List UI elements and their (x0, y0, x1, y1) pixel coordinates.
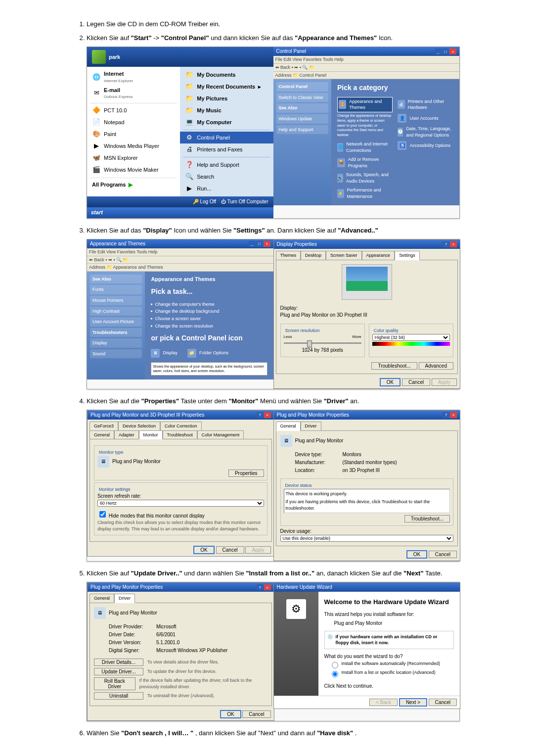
sm-wmp[interactable]: ▶Windows Media Player (87, 141, 180, 152)
start-button[interactable]: start (87, 207, 273, 218)
address-bar[interactable]: Address 📁 Appearance and Themes (87, 264, 273, 272)
sm-recent[interactable]: 📁My Recent Documents ▸ (180, 81, 273, 93)
tab-driver[interactable]: Driver (114, 594, 135, 603)
cat-access[interactable]: ♿Accessibility Options (398, 140, 453, 151)
sm-printers[interactable]: 🖨Printers and Faxes (180, 143, 273, 155)
side-contrast[interactable]: High Contrast (90, 307, 142, 316)
troubleshoot-button[interactable]: Troubleshoot... (404, 515, 450, 522)
cat-network[interactable]: 🌐Network and Internet Connections (337, 140, 393, 155)
side-acctpic[interactable]: User Account Picture (90, 317, 142, 327)
sm-notepad[interactable]: 📄Notepad (87, 117, 180, 129)
cat-printers[interactable]: 🖨Printers and Other Hardware (398, 97, 453, 112)
task-res[interactable]: Change the screen resolution (151, 323, 267, 330)
cancel-button[interactable]: Cancel (216, 546, 244, 554)
tab-devsel[interactable]: Device Selection (118, 422, 160, 430)
tab-screensaver[interactable]: Screen Saver (326, 251, 362, 260)
close-button[interactable]: × (450, 241, 457, 247)
tab-monitor[interactable]: Monitor (139, 430, 163, 440)
apply-button[interactable]: Apply (245, 546, 270, 554)
sm-mycomp[interactable]: 💻My Computer (180, 116, 273, 128)
task-bg[interactable]: Change the desktop background (151, 308, 267, 315)
sm-msn[interactable]: 🦋MSN Explorer (87, 152, 180, 164)
ok-button[interactable]: OK (380, 378, 400, 386)
sm-internet[interactable]: 🌐InternetInternet Explorer (87, 69, 180, 85)
cancel-button[interactable]: Cancel (242, 710, 270, 718)
help-button[interactable]: ? (443, 241, 449, 247)
minimize-button[interactable]: _ (249, 241, 256, 247)
back-button[interactable]: < Back (369, 699, 398, 706)
toolbar[interactable]: ⬅ Back ▪ ➡ ▪ 🔍 📁 (87, 256, 273, 264)
apply-button[interactable]: Apply (432, 378, 457, 386)
address-bar[interactable]: Address 📁 Control Panel (273, 72, 460, 80)
cat-addremove[interactable]: 📦Add or Remove Programs (337, 155, 393, 170)
task-ss[interactable]: Choose a screen saver (151, 315, 267, 323)
side-ts-display[interactable]: Display (90, 338, 142, 348)
cat-users[interactable]: 👤User Accounts (398, 112, 453, 124)
tab-colormgmt[interactable]: Color Management (197, 430, 244, 440)
icon-folder-opts[interactable]: 📁Folder Options (187, 347, 228, 359)
opt-auto[interactable]: Install the software automatically (Reco… (324, 660, 454, 669)
sm-search[interactable]: 🔍Search (180, 171, 273, 183)
side-mouse[interactable]: Mouse Pointers (90, 296, 142, 305)
side-fonts[interactable]: Fonts (90, 285, 142, 294)
ok-button[interactable]: OK (220, 710, 241, 718)
cat-appearance[interactable]: 🎨Appearance and Themes (337, 97, 393, 112)
tab-themes[interactable]: Themes (276, 251, 301, 260)
tab-settings[interactable]: Settings (395, 251, 420, 260)
cat-perf[interactable]: ⚡Performance and Maintenance (337, 186, 393, 201)
sm-pct[interactable]: 🔶PCT 10.0 (87, 105, 180, 117)
tab-general[interactable]: General (276, 422, 301, 431)
tab-desktop[interactable]: Desktop (301, 251, 326, 260)
cat-sounds[interactable]: 🔊Sounds, Speech, and Audio Devices (337, 170, 393, 186)
close-button[interactable]: × (450, 412, 457, 418)
troubleshoot-button[interactable]: Troubleshoot... (371, 362, 417, 370)
close-button[interactable]: × (264, 241, 270, 247)
tab-adapter[interactable]: Adapter (114, 430, 139, 440)
maximize-button[interactable]: □ (442, 48, 449, 54)
close-button[interactable]: × (449, 48, 456, 54)
sm-moviemaker[interactable]: 🎬Windows Movie Maker (87, 164, 180, 176)
uninstall-button[interactable]: Uninstall (94, 692, 143, 700)
sm-email[interactable]: ✉E-mailOutlook Express (87, 85, 180, 101)
sm-pics[interactable]: 📁My Pictures (180, 93, 273, 104)
help-button[interactable]: ? (257, 584, 264, 590)
task-theme[interactable]: Change the computer's theme (151, 301, 267, 308)
menu-bar[interactable]: File Edit View Favorites Tools Help (87, 248, 273, 256)
device-usage-select[interactable]: Use this device (enable) (280, 535, 454, 542)
update-driver-button[interactable]: Update Driver... (94, 668, 143, 675)
side-switch[interactable]: Switch to Classic View (276, 93, 328, 102)
turnoff-button[interactable]: ⏻ Turn Off Computer (221, 198, 268, 205)
sm-allprograms[interactable]: All Programs ▶ (87, 180, 180, 190)
tab-geforce[interactable]: GeForce3 (89, 422, 118, 430)
tab-troubleshoot[interactable]: Troubleshoot (163, 430, 197, 440)
help-button[interactable]: ? (443, 412, 449, 418)
resolution-slider[interactable] (284, 342, 361, 344)
sm-music[interactable]: 📁My Music (180, 104, 273, 116)
sm-paint[interactable]: 🎨Paint (87, 129, 180, 141)
next-button[interactable]: Next > (399, 698, 427, 707)
rollback-button[interactable]: Roll Back Driver (94, 677, 135, 690)
sm-mydocs[interactable]: 📁My Documents (180, 69, 273, 81)
cancel-button[interactable]: Cancel (402, 378, 430, 386)
sm-run[interactable]: ▶Run... (180, 183, 273, 194)
opt-list[interactable]: Install from a list or specific location… (324, 669, 454, 678)
minimize-button[interactable]: _ (435, 48, 442, 54)
properties-button[interactable]: Properties (228, 470, 264, 477)
refresh-rate-select[interactable]: 60 Hertz (97, 500, 264, 507)
ok-button[interactable]: OK (406, 550, 427, 559)
logoff-button[interactable]: 🔑 Log Off (193, 198, 216, 205)
tab-driver[interactable]: Driver (301, 422, 321, 431)
color-quality-select[interactable]: Highest (32 bit) (372, 334, 450, 341)
cat-regional[interactable]: 🕐Date, Time, Language, and Regional Opti… (398, 124, 453, 140)
driver-details-button[interactable]: Driver Details... (94, 659, 143, 666)
close-button[interactable]: × (264, 412, 271, 418)
icon-display[interactable]: 🖥Display (151, 347, 178, 359)
hide-modes-checkbox[interactable] (99, 511, 106, 518)
side-help[interactable]: Help and Support (276, 125, 328, 135)
tab-general[interactable]: General (89, 430, 114, 440)
ok-button[interactable]: OK (193, 546, 214, 554)
close-button[interactable]: × (264, 584, 271, 590)
side-winupdate[interactable]: Windows Update (276, 114, 328, 124)
menu-bar[interactable]: File Edit View Favorites Tools Help (273, 56, 460, 64)
toolbar[interactable]: ⬅ Back ▪ ➡ ▪ 🔍 📁 (273, 64, 460, 72)
